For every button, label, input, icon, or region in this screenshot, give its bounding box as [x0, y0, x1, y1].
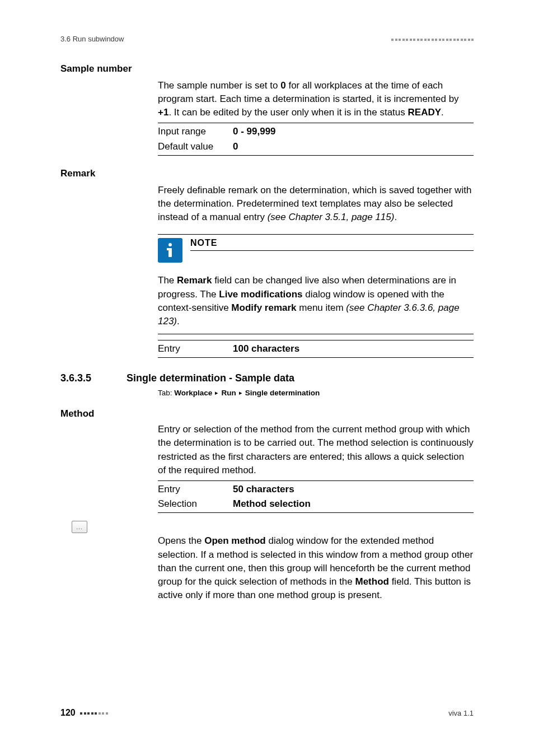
footer-doc-version: viva 1.1 — [448, 709, 474, 717]
method-selection-label: Selection — [158, 497, 233, 511]
page: 3.6 Run subwindow Sample number The samp… — [0, 0, 534, 756]
table-row: Selection Method selection — [158, 497, 474, 511]
section-number: 3.6.3.5 — [60, 372, 114, 384]
method-paragraph: Entry or selection of the method from th… — [158, 423, 474, 477]
table-row: Input range 0 - 99,999 — [158, 124, 474, 139]
section-heading: 3.6.3.5 Single determination - Sample da… — [60, 372, 474, 384]
entry-value: 100 characters — [233, 343, 299, 354]
svg-rect-2 — [167, 248, 170, 250]
method-entry-label: Entry — [158, 482, 233, 497]
entry-label: Entry — [158, 342, 233, 356]
info-icon — [158, 238, 182, 263]
method-heading: Method — [60, 408, 474, 419]
method-table: Entry 50 characters Selection Method sel… — [158, 480, 474, 514]
sample-number-paragraph: The sample number is set to 0 for all wo… — [158, 79, 474, 119]
page-footer: 120 viva 1.1 — [60, 708, 474, 718]
remark-paragraph: Freely definable remark on the determina… — [158, 184, 474, 224]
sample-number-heading: Sample number — [60, 63, 474, 74]
method-selection-value: Method selection — [233, 498, 311, 509]
note-body: The Remark field can be changed live als… — [158, 274, 474, 328]
ellipsis-button-icon[interactable]: ... — [72, 521, 87, 533]
section-title: Single determination - Sample data — [127, 372, 294, 384]
footer-page-number: 120 — [60, 708, 108, 718]
table-row: Entry 50 characters — [158, 482, 474, 497]
remark-entry-table: Entry 100 characters — [158, 340, 474, 358]
open-method-paragraph: Opens the Open method dialog window for … — [158, 534, 474, 602]
note-title: NOTE — [190, 238, 474, 248]
input-range-label: Input range — [158, 124, 233, 139]
method-entry-value: 50 characters — [233, 484, 294, 494]
table-row: Entry 100 characters — [158, 342, 474, 356]
sample-number-table: Input range 0 - 99,999 Default value 0 — [158, 123, 474, 156]
svg-point-0 — [168, 243, 172, 246]
footer-marker — [79, 708, 108, 718]
tab-breadcrumb: Tab: Workplace ▸ Run ▸ Single determinat… — [158, 389, 474, 397]
note-box: NOTE The Remark field can be changed liv… — [158, 234, 474, 334]
remark-heading: Remark — [60, 168, 474, 179]
input-range-value: 0 - 99,999 — [233, 126, 276, 137]
header-marker — [390, 35, 474, 43]
default-value-value: 0 — [233, 141, 238, 152]
table-row: Default value 0 — [158, 139, 474, 154]
default-value-label: Default value — [158, 139, 233, 154]
header-section-ref: 3.6 Run subwindow — [60, 35, 124, 43]
page-header: 3.6 Run subwindow — [60, 35, 474, 43]
